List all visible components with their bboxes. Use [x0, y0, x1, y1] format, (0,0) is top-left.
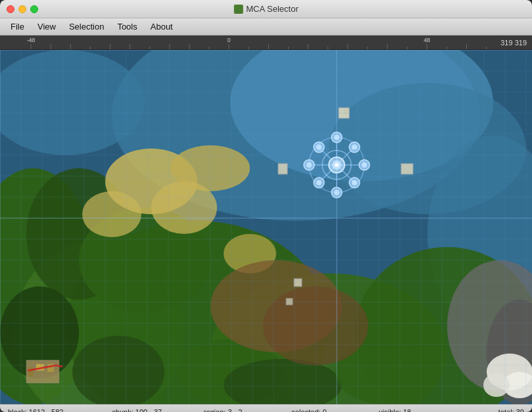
toolbar-coords-right: 319 319	[500, 39, 532, 47]
title-bar: MCA Selector	[0, 0, 532, 18]
traffic-lights	[0, 5, 38, 13]
app-icon	[233, 5, 243, 14]
ruler: -48 0 48	[0, 35, 500, 49]
menu-view[interactable]: View	[32, 20, 61, 33]
status-chunk: chunk: 100, -37	[94, 408, 180, 413]
map-area[interactable]	[0, 50, 532, 404]
status-total: total: 39	[438, 408, 524, 413]
toolbar: -64 -48 0	[0, 35, 532, 50]
menu-file[interactable]: File	[5, 20, 30, 33]
menu-tools[interactable]: Tools	[112, 20, 142, 33]
menu-about[interactable]: About	[145, 20, 178, 33]
minimize-button[interactable]	[18, 5, 26, 13]
close-button[interactable]	[7, 5, 14, 13]
status-region: region: 3, -2	[180, 408, 266, 413]
maximize-button[interactable]	[30, 5, 38, 13]
status-selected: selected: 0	[266, 408, 352, 413]
menu-bar: File View Selection Tools About	[0, 18, 532, 35]
terrain-overlay	[0, 50, 532, 404]
status-block: block: 1612, -582	[8, 408, 94, 413]
ruler-svg: -48 0 48	[0, 35, 500, 49]
status-visible: visible: 18	[352, 408, 438, 413]
svg-text:48: 48	[424, 37, 431, 43]
window-title: MCA Selector	[233, 4, 298, 14]
status-bar: block: 1612, -582 chunk: 100, -37 region…	[0, 404, 532, 412]
title-text: MCA Selector	[246, 4, 298, 14]
menu-selection[interactable]: Selection	[64, 20, 109, 33]
svg-text:0: 0	[228, 37, 231, 43]
svg-text:-48: -48	[27, 37, 35, 43]
